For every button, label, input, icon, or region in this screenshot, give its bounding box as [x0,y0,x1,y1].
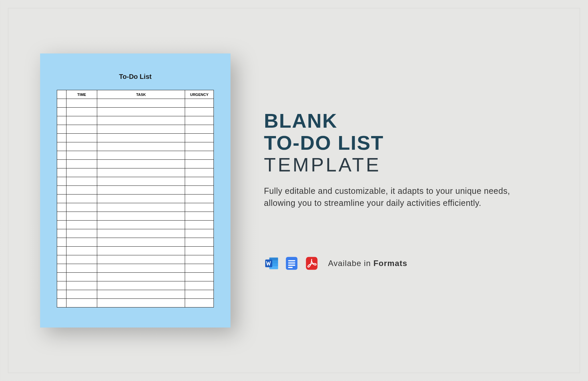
table-row [57,142,214,151]
svg-rect-10 [288,267,292,268]
table-cell [66,229,97,238]
table-header-row: TIME TASK URGENCY [57,90,214,99]
table-row [57,281,214,290]
table-cell [66,212,97,221]
pdf-icon [304,256,319,271]
table-cell [97,186,185,195]
table-cell [57,229,66,238]
table-cell [57,203,66,212]
table-row [57,99,214,108]
table-cell [185,273,214,281]
table-cell [66,203,97,212]
table-cell [185,264,214,273]
table-cell [66,195,97,203]
content-row: To-Do List TIME TASK URGENCY BLANK TO-DO… [0,0,588,381]
page: To-Do List TIME TASK URGENCY [40,53,231,328]
table-cell [66,108,97,116]
table-cell [97,142,185,151]
table-cell [57,186,66,195]
table-cell [97,264,185,273]
table-cell [57,151,66,160]
table-cell [185,238,214,247]
table-cell [57,108,66,116]
table-cell [185,255,214,264]
table-cell [57,290,66,299]
table-cell [57,195,66,203]
table-cell [185,99,214,108]
heading: BLANK TO-DO LIST TEMPLATE [264,110,518,175]
table-cell [97,177,185,186]
table-cell [57,116,66,125]
table-cell [57,221,66,229]
table-row [57,273,214,281]
table-cell [185,212,214,221]
heading-line-2: TO-DO LIST [264,132,384,154]
table-cell [66,160,97,168]
table-cell [185,247,214,255]
table-cell [97,134,185,142]
table-cell [185,203,214,212]
table-cell [57,212,66,221]
table-cell [97,281,185,290]
table-row [57,212,214,221]
table-cell [66,290,97,299]
todo-table: TIME TASK URGENCY [57,90,214,307]
description-text: Fully editable and customizable, it adap… [264,185,518,209]
table-cell [185,229,214,238]
table-row [57,255,214,264]
table-cell [97,229,185,238]
table-cell [97,203,185,212]
table-cell [66,134,97,142]
table-row [57,108,214,116]
table-cell [97,125,185,134]
table-cell [185,195,214,203]
table-cell [57,125,66,134]
formats-label-bold: Formats [374,259,408,268]
table-cell [97,195,185,203]
table-cell [57,247,66,255]
table-cell [66,168,97,177]
table-row [57,177,214,186]
table-cell [97,238,185,247]
svg-rect-7 [288,260,295,261]
table-cell [57,273,66,281]
google-docs-icon [284,256,299,271]
table-row [57,238,214,247]
table-row [57,160,214,168]
svg-rect-8 [288,262,295,263]
table-cell [66,247,97,255]
table-cell [97,151,185,160]
table-row [57,221,214,229]
table-cell [57,142,66,151]
table-cell [97,116,185,125]
table-cell [97,247,185,255]
table-cell [185,125,214,134]
table-cell [66,142,97,151]
table-cell [66,281,97,290]
table-row [57,186,214,195]
table-cell [66,186,97,195]
table-cell [97,273,185,281]
table-cell [97,99,185,108]
table-cell [66,177,97,186]
col-header-task: TASK [97,90,185,99]
formats-label-prefix: Availabe in [328,259,374,268]
table-cell [57,177,66,186]
table-cell [185,160,214,168]
table-row [57,116,214,125]
table-cell [66,125,97,134]
table-cell [97,255,185,264]
table-row [57,168,214,177]
heading-line-1: BLANK [264,110,337,132]
table-cell [57,255,66,264]
table-row [57,247,214,255]
table-row [57,134,214,142]
word-icon [264,256,279,271]
table-cell [66,99,97,108]
table-cell [185,151,214,160]
table-cell [97,290,185,299]
table-row [57,290,214,299]
table-row [57,125,214,134]
table-cell [57,99,66,108]
table-cell [185,299,214,307]
